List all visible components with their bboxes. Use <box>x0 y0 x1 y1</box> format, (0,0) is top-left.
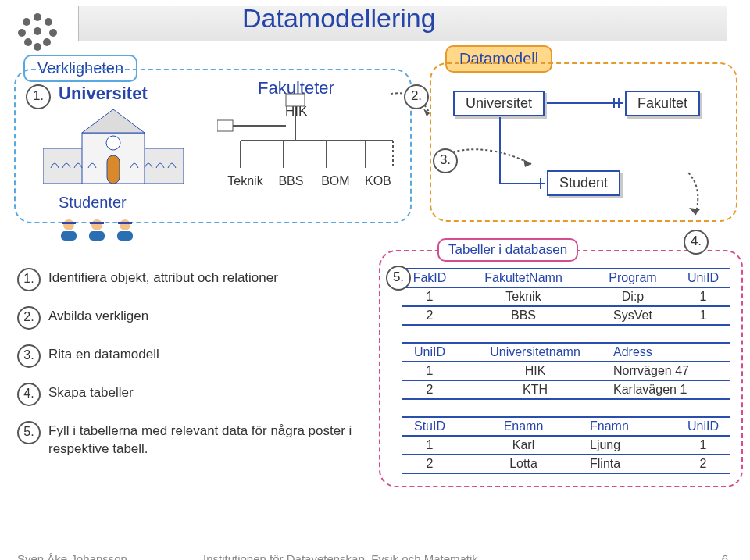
svg-rect-15 <box>217 120 233 131</box>
svg-point-2 <box>45 18 52 26</box>
table-row: 2KTHKarlavägen 1 <box>402 381 730 400</box>
th: Universitetnamn <box>457 342 613 361</box>
svg-point-6 <box>24 38 32 46</box>
td: Karlavägen 1 <box>613 381 730 398</box>
circle-3: 3. <box>433 148 458 173</box>
th: FakultetNamn <box>457 268 590 287</box>
step-5-text: Fyll i tabellerna med relevant data för … <box>48 423 352 456</box>
svg-rect-17 <box>286 94 305 106</box>
td: 1 <box>676 437 730 454</box>
td: BBS <box>457 307 590 324</box>
th: UniID <box>676 416 730 435</box>
step-2: 2. Avbilda verkligen <box>17 308 361 326</box>
td: SysVet <box>590 307 676 324</box>
table-row: 2LottaFlinta2 <box>402 455 730 474</box>
td: HIK <box>457 362 613 380</box>
svg-rect-14 <box>107 155 120 184</box>
svg-rect-31 <box>117 231 133 241</box>
th: Adress <box>613 342 730 361</box>
step-1: 1. Identifiera objekt, attribut och rela… <box>17 269 361 287</box>
td: 2 <box>402 455 457 473</box>
svg-point-0 <box>34 13 41 21</box>
step-3: 3. Rita en datamodell <box>17 346 361 364</box>
circle-4: 4. <box>684 230 709 255</box>
circle-5: 5. <box>386 266 411 291</box>
table-student-header: StuIDEnamnFnamnUniID <box>402 416 730 437</box>
td: Karl <box>457 437 590 454</box>
dept-row: Teknik BBS BOM KOB <box>223 174 395 188</box>
footer-page: 6 <box>722 552 728 560</box>
label-universitet-real: Universitet <box>59 84 148 104</box>
td: 2 <box>676 455 730 473</box>
td: 1 <box>676 307 730 324</box>
td: Norrvägen 47 <box>613 362 730 380</box>
th: UniID <box>402 342 457 361</box>
circle-1: 1. <box>26 84 51 109</box>
th: Program <box>590 268 676 287</box>
td: 2 <box>402 307 457 324</box>
svg-point-30 <box>120 219 130 230</box>
label-studenter: Studenter <box>59 194 127 212</box>
step-1-text: Identifiera objekt, attribut och relatio… <box>48 270 278 285</box>
dept-teknik: Teknik <box>223 174 268 188</box>
footer-institution: Institutionen för Datavetenskap, Fysik o… <box>203 552 478 560</box>
table-row: 1TeknikDi:p1 <box>402 288 730 307</box>
th: Enamn <box>457 416 590 435</box>
table-row: 1KarlLjung1 <box>402 437 730 455</box>
logo-icon <box>14 8 61 55</box>
table-fakultet: FakIDFakultetNamnProgramUniID 1TeknikDi:… <box>402 268 730 326</box>
step-5-num: 5. <box>17 421 41 444</box>
svg-point-28 <box>91 219 102 230</box>
step-4-text: Skapa tabeller <box>48 385 134 400</box>
dept-kob: KOB <box>360 174 395 188</box>
svg-rect-27 <box>61 231 77 241</box>
td: Teknik <box>457 288 590 305</box>
svg-point-8 <box>34 43 41 51</box>
td: Di:p <box>590 288 676 305</box>
step-5: 5. Fyll i tabellerna med relevant data f… <box>17 423 361 458</box>
person-icon <box>115 219 135 242</box>
step-3-text: Rita en datamodell <box>48 347 159 362</box>
td: Flinta <box>590 455 676 473</box>
table-fakultet-header: FakIDFakultetNamnProgramUniID <box>402 268 730 288</box>
svg-point-5 <box>34 27 41 35</box>
step-3-num: 3. <box>17 344 41 368</box>
dept-bbs: BBS <box>271 174 310 188</box>
td: 1 <box>402 288 457 305</box>
td: 2 <box>402 381 457 398</box>
svg-marker-25 <box>423 109 430 116</box>
td: Lotta <box>457 455 590 473</box>
svg-point-26 <box>63 219 74 230</box>
circle-2: 2. <box>404 84 429 109</box>
step-1-num: 1. <box>17 268 41 291</box>
svg-point-13 <box>106 136 120 150</box>
svg-marker-39 <box>689 208 700 215</box>
steps-list: 1. Identifiera objekt, attribut och rela… <box>17 269 361 479</box>
td: 1 <box>676 288 730 305</box>
page-title: Datamodellering <box>242 3 436 34</box>
person-icon <box>59 219 79 242</box>
tag-tabeller-db: Tabeller i databasen <box>438 238 578 262</box>
table-universitet: UniIDUniversitetnamnAdress 1HIKNorrvägen… <box>402 342 730 400</box>
step-4: 4. Skapa tabeller <box>17 384 361 402</box>
table-universitet-header: UniIDUniversitetnamnAdress <box>402 342 730 362</box>
td: 1 <box>402 362 457 380</box>
people-icons <box>59 219 140 244</box>
person-icon <box>87 219 107 242</box>
footer-author: Sven Åke Johansson <box>17 552 127 560</box>
table-row: 1HIKNorrvägen 47 <box>402 362 730 381</box>
td: KTH <box>457 381 613 398</box>
th: StuID <box>402 416 457 435</box>
table-row: 2BBSSysVet1 <box>402 307 730 326</box>
svg-point-4 <box>49 29 57 37</box>
building-icon <box>43 105 184 191</box>
td: Ljung <box>590 437 676 454</box>
svg-point-3 <box>18 29 26 37</box>
step-4-num: 4. <box>17 383 41 406</box>
th: UniID <box>676 268 730 287</box>
er-lines <box>438 62 734 219</box>
step-2-text: Avbilda verkligen <box>48 309 148 323</box>
svg-rect-29 <box>89 231 105 241</box>
slide: Datamodellering Verkligheten Datamodell … <box>0 0 750 560</box>
svg-marker-12 <box>82 109 145 133</box>
